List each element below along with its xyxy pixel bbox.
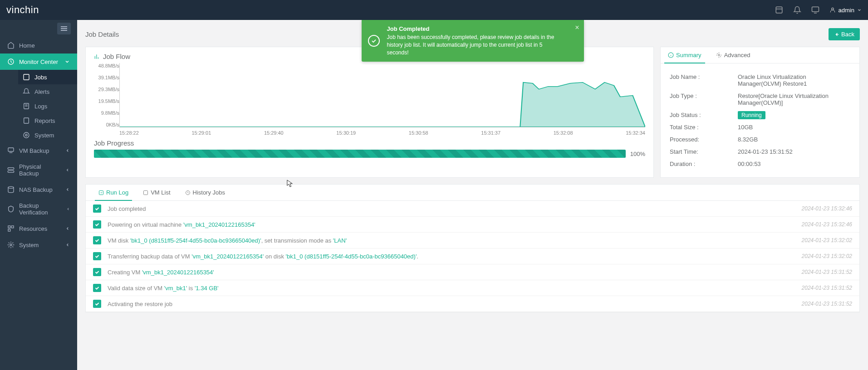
summary-row: Total Size :10GB bbox=[670, 121, 850, 133]
svg-point-4 bbox=[831, 8, 834, 10]
physical-backup-icon bbox=[7, 166, 15, 174]
log-panel: Run Log VM List History Jobs Job complet… bbox=[85, 184, 860, 312]
alerts-icon bbox=[23, 88, 30, 95]
back-button[interactable]: Back bbox=[829, 28, 860, 40]
nav-jobs-label: Jobs bbox=[34, 74, 47, 81]
svg-rect-32 bbox=[144, 190, 148, 195]
tab-summary-label: Summary bbox=[676, 52, 701, 58]
tab-vm-list[interactable]: VM List bbox=[136, 185, 177, 200]
nav-system[interactable]: System bbox=[0, 237, 77, 253]
nav-home[interactable]: Home bbox=[0, 37, 77, 54]
summary-row: Processed:8.32GB bbox=[670, 133, 850, 146]
nav-home-label: Home bbox=[19, 42, 35, 49]
tab-run-log-label: Run Log bbox=[106, 189, 128, 196]
toast-message: Job has been successfully completed, ple… bbox=[387, 34, 566, 56]
svg-point-17 bbox=[8, 186, 14, 188]
chart-x-tick: 15:32:08 bbox=[554, 130, 573, 136]
vm-backup-icon bbox=[7, 147, 15, 154]
summary-label: Job Status : bbox=[670, 112, 738, 118]
page-title: Job Details bbox=[85, 30, 119, 38]
nav-resources[interactable]: Resources bbox=[0, 220, 77, 237]
svg-rect-18 bbox=[8, 226, 10, 228]
task-icon[interactable] bbox=[775, 6, 783, 14]
chart-x-tick: 15:30:58 bbox=[409, 130, 428, 136]
log-tabs: Run Log VM List History Jobs bbox=[86, 185, 859, 201]
back-arrow-icon bbox=[834, 32, 839, 37]
chart-y-tick: 9.8MB/s bbox=[94, 110, 119, 116]
log-message: Activating the restore job bbox=[108, 301, 802, 307]
svg-rect-31 bbox=[99, 190, 103, 195]
summary-row: Job Type :Restore[Oracle Linux Virtualiz… bbox=[670, 90, 850, 109]
log-timestamp: 2024-01-23 15:32:02 bbox=[802, 253, 852, 259]
bell-icon[interactable] bbox=[793, 6, 801, 14]
monitor-icon[interactable] bbox=[811, 6, 819, 14]
chevron-left-icon bbox=[65, 148, 70, 153]
nav-alerts[interactable]: Alerts bbox=[18, 84, 77, 99]
log-row: Powering on virtual machine 'vm_bk1_2024… bbox=[86, 217, 859, 233]
summary-value: 2024-01-23 15:31:52 bbox=[738, 148, 850, 155]
job-flow-chart: 48.8MB/s39.1MB/s29.3MB/s19.5MB/s9.8MB/s0… bbox=[94, 63, 645, 136]
main-content: Job Details Back Job Flow 48.8MB/s39.1MB… bbox=[77, 20, 868, 370]
nav-reports[interactable]: Reports bbox=[18, 113, 77, 128]
chart-y-labels: 48.8MB/s39.1MB/s29.3MB/s19.5MB/s9.8MB/s0… bbox=[94, 63, 119, 127]
nav-jobs[interactable]: Jobs bbox=[18, 70, 77, 84]
svg-rect-16 bbox=[8, 170, 14, 172]
job-flow-title-text: Job Flow bbox=[103, 53, 130, 60]
chevron-left-icon bbox=[66, 207, 70, 211]
nav-nas-backup-label: NAS Backup bbox=[19, 186, 53, 193]
svg-rect-19 bbox=[11, 226, 14, 228]
svg-rect-6 bbox=[24, 74, 29, 80]
jobs-icon bbox=[23, 73, 30, 81]
chevron-down-icon bbox=[64, 59, 70, 64]
tab-history-jobs[interactable]: History Jobs bbox=[178, 185, 233, 200]
job-flow-panel: Job Flow 48.8MB/s39.1MB/s29.3MB/s19.5MB/… bbox=[85, 47, 654, 178]
nas-backup-icon bbox=[7, 186, 15, 193]
tab-history-jobs-label: History Jobs bbox=[193, 189, 226, 196]
svg-rect-10 bbox=[24, 118, 29, 123]
nav-monitor-center[interactable]: Monitor Center bbox=[0, 54, 77, 70]
summary-value: Restore[Oracle Linux Virtualization Mana… bbox=[738, 92, 850, 106]
log-list: Job completed2024-01-23 15:32:46Powering… bbox=[86, 201, 859, 312]
tab-advanced[interactable]: Advanced bbox=[709, 47, 758, 63]
summary-value: 00:00:53 bbox=[738, 161, 850, 167]
log-check-icon bbox=[93, 252, 101, 260]
user-name: admin bbox=[839, 7, 854, 14]
progress-row: 100% bbox=[94, 150, 645, 158]
log-timestamp: 2024-01-23 15:32:02 bbox=[802, 237, 852, 243]
monitor-center-icon bbox=[7, 58, 15, 65]
system-icon bbox=[23, 131, 30, 139]
summary-label: Duration : bbox=[670, 161, 738, 167]
user-menu[interactable]: admin bbox=[829, 7, 862, 14]
toast-notification: Job Completed Job has been successfully … bbox=[362, 20, 584, 62]
log-check-icon bbox=[93, 220, 101, 229]
log-check-icon bbox=[93, 204, 101, 213]
status-badge: Running bbox=[738, 111, 765, 119]
summary-label: Job Type : bbox=[670, 92, 738, 106]
toast-close-button[interactable]: × bbox=[575, 24, 579, 32]
log-row: Transferring backup data of VM 'vm_bk1_2… bbox=[86, 248, 859, 264]
log-message: VM disk 'bk1_0 (d8151ff5-254f-4d55-bc0a-… bbox=[108, 237, 802, 244]
progress-bar bbox=[94, 150, 626, 158]
chevron-left-icon bbox=[65, 226, 70, 231]
nav-system-sub-label: System bbox=[34, 132, 54, 139]
chart-x-tick: 15:29:01 bbox=[191, 130, 211, 136]
nav-nas-backup[interactable]: NAS Backup bbox=[0, 181, 77, 198]
log-message: Valid data size of VM 'vm_bk1' is '1.34 … bbox=[108, 285, 802, 292]
nav-physical-backup[interactable]: Physical Backup bbox=[0, 159, 77, 181]
tab-run-log[interactable]: Run Log bbox=[91, 185, 136, 200]
svg-rect-13 bbox=[8, 148, 14, 151]
svg-rect-20 bbox=[8, 229, 10, 231]
sidebar-collapse[interactable] bbox=[0, 20, 77, 37]
nav-system-sub[interactable]: System bbox=[18, 128, 77, 142]
nav-monitor-label: Monitor Center bbox=[19, 58, 58, 65]
nav-alerts-label: Alerts bbox=[34, 88, 49, 95]
nav-vm-backup[interactable]: VM Backup bbox=[0, 142, 77, 159]
nav-logs[interactable]: Logs bbox=[18, 99, 77, 113]
log-row: VM disk 'bk1_0 (d8151ff5-254f-4d55-bc0a-… bbox=[86, 233, 859, 248]
summary-body: Job Name :Oracle Linux Virtualization Ma… bbox=[661, 63, 859, 177]
nav-backup-verification[interactable]: Backup Verification bbox=[0, 198, 77, 220]
svg-rect-15 bbox=[8, 168, 14, 170]
svg-rect-2 bbox=[812, 7, 819, 12]
nav-backup-verification-label: Backup Verification bbox=[19, 202, 62, 216]
tab-summary[interactable]: Summary bbox=[661, 47, 709, 63]
